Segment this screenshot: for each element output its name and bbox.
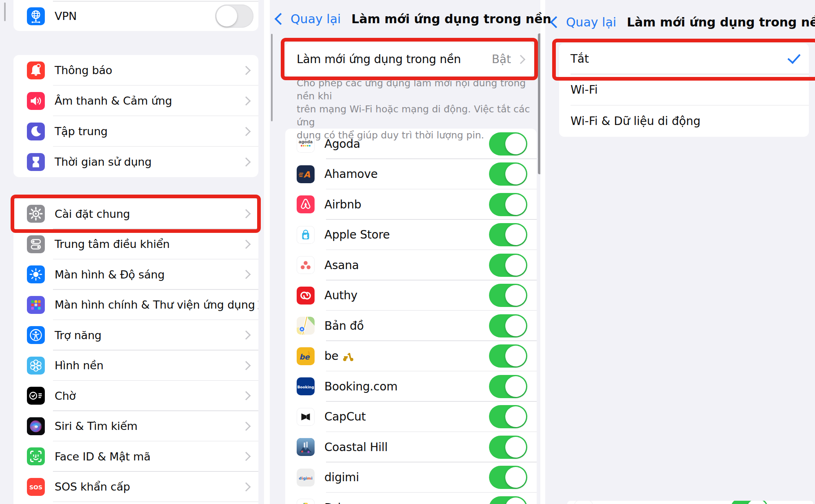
settings-row-m-n-h-nh-s-ng[interactable]: Màn hình & Độ sáng	[13, 259, 258, 290]
app-label: CapCut	[324, 410, 366, 423]
settings-row-th-ng-b-o[interactable]: Thông báo	[13, 55, 258, 85]
svg-text:Booking: Booking	[297, 385, 314, 389]
vpn-toggle[interactable]	[215, 4, 253, 28]
vpn-icon	[27, 7, 45, 25]
vpn-label: VPN	[55, 10, 77, 22]
app-row-coastal-hill[interactable]: Coastal Hill	[285, 432, 537, 462]
app-label: Bản đồ	[324, 319, 364, 333]
app-refresh-toggle[interactable]	[489, 193, 527, 216]
app-refresh-toggle[interactable]	[489, 436, 527, 459]
settings-row-th-i-gian-s-d-ng[interactable]: Thời gian sử dụng	[13, 147, 258, 177]
description-line: dụng có thể giúp duy trì thời lượng pin.	[297, 129, 537, 142]
settings-row-sos-kh-n-c-p[interactable]: SOSSOS khẩn cấp	[13, 472, 258, 502]
app-refresh-toggle[interactable]	[489, 466, 527, 489]
app-row-airbnb[interactable]: Airbnb	[285, 189, 537, 220]
asana-icon	[297, 256, 315, 274]
middle-left-scrollbar-fragment[interactable]	[271, 34, 273, 121]
settings-row-m-n-h-nh-ch-nh-th-vi-n-ng-d-ng[interactable]: Màn hình chính & Thư viện ứng dụng	[13, 290, 258, 320]
setting-card: Làm mới ứng dụng trong nền Bật	[285, 42, 534, 76]
settings-row-label: Trợ năng	[55, 329, 101, 342]
back-chevron-icon	[275, 13, 287, 25]
authy-icon	[297, 287, 315, 305]
digimi-icon: digimi	[297, 469, 315, 486]
settings-row-vpn[interactable]: VPN	[13, 1, 258, 31]
chevron-right-icon	[242, 239, 251, 249]
chevron-right-icon	[242, 452, 251, 461]
description-line: trên mạng Wi-Fi hoặc mạng di động. Việc …	[297, 103, 537, 129]
settings-row-label: Face ID & Mật mã	[55, 450, 150, 463]
app-row-capcut[interactable]: CapCut	[285, 402, 537, 432]
app-row-be[interactable]: bebe	[285, 341, 537, 372]
settings-row-t-p-trung[interactable]: Tập trung	[13, 116, 258, 147]
settings-row-label: Siri & Tìm kiếm	[55, 420, 137, 432]
app-label: Coastal Hill	[324, 440, 388, 454]
settings-row-label: Trung tâm điều khiển	[55, 238, 170, 250]
app-label: Dri	[324, 501, 341, 504]
app-row-booking-com[interactable]: BookingBooking.com	[285, 371, 537, 402]
app-refresh-toggle[interactable]	[489, 405, 527, 428]
setting-label: Làm mới ứng dụng trong nền	[297, 53, 461, 66]
chevron-right-icon	[516, 55, 526, 64]
bell-icon	[27, 61, 45, 79]
settings-row-ch-[interactable]: Chờ	[13, 381, 258, 411]
settings-row-c-i-t-chung[interactable]: Cài đặt chung	[13, 199, 258, 229]
settings-row-trung-t-m-i-u-khi-n[interactable]: Trung tâm điều khiển	[13, 229, 258, 260]
ios-settings-composite-screenshot: VPN Thông báoÂm thanh & Cảm ứngTập trung…	[0, 0, 815, 504]
divider	[53, 502, 258, 502]
app-row-apple-store[interactable]: Apple Store	[285, 220, 537, 250]
app-row-partial[interactable]: Dri	[567, 501, 813, 504]
app-row-dri[interactable]: Dri	[285, 493, 537, 504]
vpn-card: VPN	[13, 0, 258, 31]
app-toggle[interactable]	[730, 501, 769, 504]
app-refresh-toggle[interactable]	[489, 223, 527, 246]
app-refresh-toggle[interactable]	[489, 314, 527, 337]
app-refresh-toggle[interactable]	[489, 496, 527, 504]
refresh-options-panel: Quay lại Làm mới ứng dụng trong nền TắtW…	[545, 0, 815, 504]
app-label: digimi	[324, 471, 359, 484]
app-row-authy[interactable]: Authy	[285, 280, 537, 311]
app-label: Ahamove	[324, 167, 378, 181]
settings-group-1: Thông báoÂm thanh & Cảm ứngTập trungThời…	[13, 55, 258, 177]
app-label: be	[324, 349, 339, 363]
app-refresh-toggle[interactable]	[489, 284, 527, 307]
app-row-ahamove[interactable]: AAhamove	[285, 159, 537, 190]
settings-row-label: Âm thanh & Cảm ứng	[55, 94, 172, 107]
settings-row-label: SOS khẩn cấp	[55, 480, 130, 493]
settings-row-face-id-m-t-m-[interactable]: Face ID & Mật mã	[13, 441, 258, 472]
option-row-t-t[interactable]: Tắt	[559, 43, 809, 75]
settings-row-background-app-refresh[interactable]: Làm mới ứng dụng trong nền Bật	[285, 42, 534, 76]
left-scrollbar-fragment[interactable]	[4, 2, 6, 21]
settings-row-tr-n-ng[interactable]: Trợ năng	[13, 320, 258, 351]
app-row-digimi[interactable]: digimidigimi	[285, 462, 537, 493]
settings-row-label: Màn hình & Độ sáng	[55, 268, 165, 281]
app-refresh-toggle[interactable]	[489, 254, 527, 277]
app-refresh-toggle[interactable]	[489, 162, 527, 186]
settings-row-siri-t-m-ki-m[interactable]: Siri & Tìm kiếm	[13, 411, 258, 442]
option-row-wi-fi[interactable]: Wi-Fi	[559, 75, 809, 106]
option-row-wi-fi-d-li-u-di-ng[interactable]: Wi-Fi & Dữ liệu di động	[559, 105, 809, 137]
app-refresh-toggle[interactable]	[489, 375, 527, 398]
settings-row-h-nh-n-n[interactable]: Hình nền	[13, 351, 258, 381]
partial-app-card: Dri	[567, 501, 813, 504]
app-refresh-toggle[interactable]	[489, 344, 527, 368]
chevron-right-icon	[242, 127, 251, 136]
back-button[interactable]: Quay lại	[566, 15, 616, 29]
settings-row-label: Thời gian sử dụng	[55, 156, 152, 168]
page-title: Làm mới ứng dụng trong nền	[627, 15, 815, 29]
booking-icon: Booking	[297, 377, 315, 395]
chevron-right-icon	[242, 391, 251, 401]
speaker-icon	[27, 92, 45, 110]
svg-text:A: A	[304, 169, 311, 179]
chevron-right-icon	[242, 361, 251, 370]
settings-row--m-thanh-c-m-ng[interactable]: Âm thanh & Cảm ứng	[13, 85, 258, 116]
back-button[interactable]: Quay lại	[291, 12, 341, 26]
app-label: Booking.com	[324, 380, 398, 393]
settings-row-label: Màn hình chính & Thư viện ứng dụng	[55, 298, 255, 311]
app-label: Asana	[324, 259, 359, 272]
app-row-b-n-[interactable]: Bản đồ	[285, 311, 537, 341]
option-label: Wi-Fi	[570, 83, 598, 96]
scooter-icon	[342, 350, 354, 362]
app-row-asana[interactable]: Asana	[285, 250, 537, 280]
coastal-hill-icon	[297, 438, 315, 456]
chevron-right-icon	[242, 482, 251, 491]
